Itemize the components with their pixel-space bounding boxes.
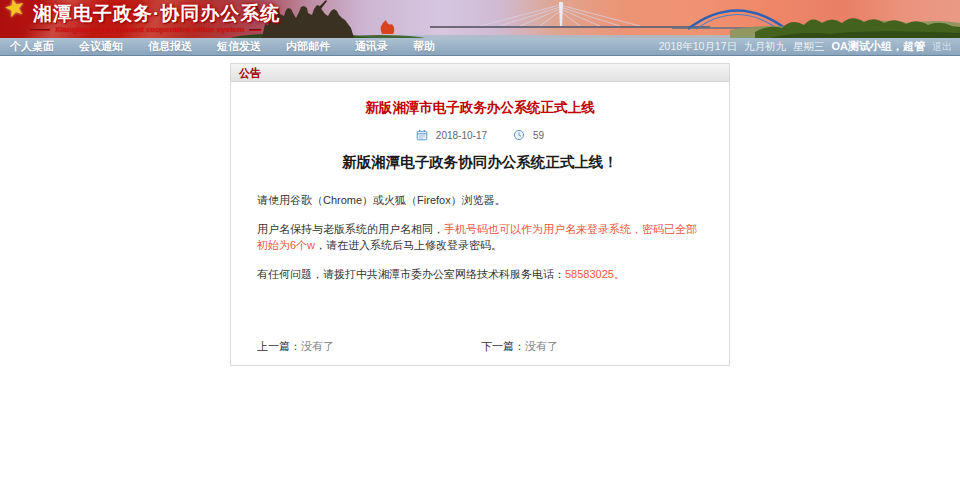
article-pager: 上一篇：没有了 下一篇：没有了	[231, 339, 729, 352]
nav-menu: 个人桌面 会议通知 信息报送 短信发送 内部邮件 通讯录 帮助	[8, 39, 458, 54]
next-article-label: 下一篇：	[481, 340, 525, 352]
current-date: 2018年10月17日	[659, 40, 737, 54]
article-subtitle: 新版湘潭电子政务协同办公系统正式上线！	[231, 153, 729, 172]
subtitle-rule-left	[30, 29, 50, 31]
nav-item-personal-desktop[interactable]: 个人桌面	[8, 39, 56, 54]
weekday: 星期三	[793, 40, 825, 54]
banner: ★ 湘潭电子政务·协同办公系统 Xiangtan e-government co…	[0, 0, 960, 38]
app-subtitle-en: Xiangtan e-government cooperative office…	[30, 25, 261, 34]
app-subtitle-text: Xiangtan e-government cooperative office…	[55, 25, 244, 34]
article-date: 2018-10-17	[436, 130, 487, 141]
lunar-date: 九月初九	[744, 40, 786, 54]
paragraph-browser-advice: 请使用谷歌（Chrome）或火狐（Firefox）浏览器。	[257, 192, 703, 209]
paragraph-text: ，请在进入系统后马上修改登录密码。	[315, 239, 502, 251]
prev-article-value: 没有了	[301, 340, 334, 352]
support-phone-number: 58583025。	[565, 268, 625, 280]
next-article-value: 没有了	[525, 340, 558, 352]
nav-item-sms-send[interactable]: 短信发送	[215, 39, 263, 54]
nav-item-contacts[interactable]: 通讯录	[353, 39, 390, 54]
panel-header: 公告	[231, 64, 729, 82]
paragraph-text: 请使用谷歌（Chrome）或火狐（Firefox）浏览器。	[257, 194, 506, 206]
next-article: 下一篇：没有了	[481, 339, 558, 354]
paragraph-text: 有任何问题，请拨打中共湘潭市委办公室网络技术科服务电话：	[257, 268, 565, 280]
views-clock-icon	[513, 129, 525, 141]
prev-article: 上一篇：没有了	[257, 339, 334, 354]
paragraph-support-contact: 有任何问题，请拨打中共湘潭市委办公室网络技术科服务电话：58583025。	[257, 266, 703, 283]
paragraph-login-info: 用户名保持与老版系统的用户名相同，手机号码也可以作为用户名来登录系统，密码已全部…	[257, 221, 703, 254]
article-meta: 2018-10-17 59	[231, 129, 729, 141]
article-title: 新版湘潭市电子政务办公系统正式上线	[231, 99, 729, 117]
nav-item-internal-mail[interactable]: 内部邮件	[284, 39, 332, 54]
current-user: OA测试小组，超管	[832, 39, 926, 54]
logout-link[interactable]: 退出	[932, 40, 952, 54]
nav-item-help[interactable]: 帮助	[411, 39, 437, 54]
calendar-icon	[416, 129, 428, 141]
nav-item-info-report[interactable]: 信息报送	[146, 39, 194, 54]
prev-article-label: 上一篇：	[257, 340, 301, 352]
announcement-panel: 公告 新版湘潭市电子政务办公系统正式上线 2018-10-17 59 新版湘潭电…	[230, 63, 730, 366]
paragraph-text: 用户名保持与老版系统的用户名相同，	[257, 223, 444, 235]
nav-item-meeting-notice[interactable]: 会议通知	[77, 39, 125, 54]
panel-body: 新版湘潭市电子政务办公系统正式上线 2018-10-17 59 新版湘潭电子政务…	[231, 99, 729, 365]
nav-status-area: 2018年10月17日 九月初九 星期三 OA测试小组，超管 退出	[659, 39, 952, 54]
subtitle-rule-right	[249, 29, 261, 31]
article-views: 59	[533, 130, 544, 141]
app-title: 湘潭电子政务·协同办公系统	[33, 1, 280, 27]
top-nav: 个人桌面 会议通知 信息报送 短信发送 内部邮件 通讯录 帮助 2018年10月…	[0, 38, 960, 56]
